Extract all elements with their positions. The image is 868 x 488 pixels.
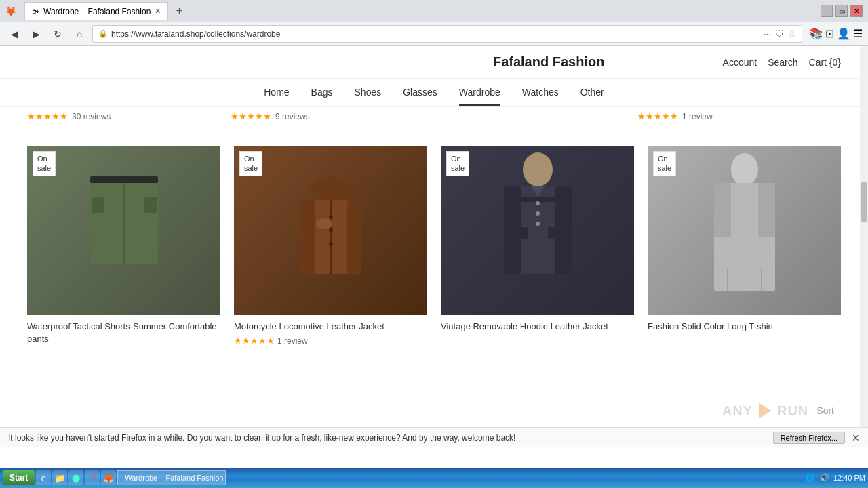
- jacket-illustration: [287, 163, 375, 298]
- start-button[interactable]: Start: [3, 470, 35, 485]
- notification-bar: It looks like you haven't started Firefo…: [0, 427, 868, 447]
- account-link[interactable]: Account: [723, 57, 757, 68]
- browser-tab[interactable]: 🛍 Wardrobe – Fafaland Fashion ✕: [24, 2, 168, 20]
- menu-icon[interactable]: ☰: [853, 27, 863, 40]
- on-sale-badge-p4: On sale: [653, 151, 676, 176]
- browser-icon: 🦊: [5, 6, 16, 16]
- svg-point-14: [523, 152, 553, 186]
- sort-label[interactable]: Sort: [816, 405, 834, 416]
- site-logo: Fafaland Fashion: [375, 54, 723, 70]
- product-title-p1: Waterproof Tactical Shorts-Summer Comfor…: [27, 321, 220, 345]
- product-image-p4: On sale: [648, 146, 841, 315]
- anyrun-text: ANY: [722, 403, 753, 419]
- nav-wardrobe[interactable]: Wardrobe: [459, 87, 500, 106]
- nav-glasses[interactable]: Glasses: [403, 87, 437, 106]
- taskbar-folder-icon[interactable]: 📁: [52, 470, 67, 485]
- window-controls: — ▭ ✕: [821, 5, 863, 17]
- taskbar: Start e 📁 ⬤ 🛡 🦊 Wardrobe – Fafaland Fash…: [0, 468, 868, 488]
- star-icon[interactable]: ☆: [788, 28, 796, 39]
- svg-point-21: [536, 211, 540, 216]
- notification-close-button[interactable]: ✕: [852, 432, 860, 443]
- on-sale-badge-p2: On sale: [239, 151, 262, 176]
- reviews-row: ★★★★★ 30 reviews ★★★★★ 9 reviews ★★★★★ 1…: [0, 107, 868, 125]
- nav-bags[interactable]: Bags: [311, 87, 333, 106]
- stars-0: ★★★★★: [27, 111, 68, 121]
- refresh-button[interactable]: ↻: [49, 25, 66, 43]
- address-bar[interactable]: 🔒 https://www.fafaland.shop/collections/…: [92, 25, 802, 43]
- site-wrapper: Fafaland Fashion Account Search Cart {0}…: [0, 46, 868, 427]
- stars-1: ★★★★★: [231, 111, 271, 121]
- notification-actions: Refresh Firefox... ✕: [773, 432, 860, 444]
- nav-watches[interactable]: Watches: [522, 87, 559, 106]
- nav-home[interactable]: Home: [264, 87, 289, 106]
- volume-icon: 🔊: [819, 473, 829, 483]
- product-card-p4[interactable]: On sale Fashion Solid Color Long T-shirt: [641, 139, 848, 352]
- nav-other[interactable]: Other: [580, 87, 604, 106]
- site-header: Fafaland Fashion Account Search Cart {0}: [0, 46, 868, 79]
- scrollbar-thumb[interactable]: [861, 182, 867, 222]
- taskbar-app-button[interactable]: Wardrobe – Fafaland Fashion: [117, 470, 226, 485]
- product-image-p3: On sale: [441, 146, 634, 315]
- svg-point-22: [536, 222, 540, 226]
- on-sale-badge-p3: On sale: [446, 151, 469, 176]
- product-image-p2: On sale: [234, 146, 427, 315]
- product-card-p3[interactable]: On sale Vintage Removable Hoodie Leather…: [434, 139, 641, 352]
- svg-point-11: [329, 228, 333, 232]
- shorts-illustration: [83, 163, 165, 298]
- review-count-0: 30 reviews: [72, 112, 111, 121]
- header-actions: Account Search Cart {0}: [723, 57, 841, 68]
- tab-close-button[interactable]: ✕: [155, 7, 161, 16]
- review-cell-0: ★★★★★ 30 reviews: [27, 111, 231, 121]
- sidebar-icon[interactable]: ⊡: [825, 27, 834, 40]
- svg-rect-27: [714, 183, 731, 237]
- refresh-firefox-button[interactable]: Refresh Firefox...: [773, 432, 845, 444]
- more-options-icon[interactable]: ···: [764, 28, 771, 39]
- product-image-p1: On sale: [27, 146, 220, 315]
- home-button[interactable]: ⌂: [71, 25, 88, 43]
- back-button[interactable]: ◀: [5, 25, 23, 43]
- svg-rect-28: [758, 183, 775, 237]
- title-bar: 🦊 🛍 Wardrobe – Fafaland Fashion ✕ + — ▭ …: [0, 0, 868, 22]
- svg-rect-24: [548, 227, 565, 239]
- minimize-button[interactable]: —: [821, 5, 833, 17]
- tab-favicon: 🛍: [32, 7, 39, 16]
- review-count-3: 1 review: [682, 112, 713, 121]
- site-nav: Home Bags Shoes Glasses Wardrobe Watches…: [0, 79, 868, 107]
- on-sale-badge-p1: On sale: [33, 151, 56, 176]
- taskbar-ie-icon[interactable]: e: [36, 470, 51, 485]
- bookmark-icon[interactable]: 🛡: [775, 28, 784, 39]
- taskbar-antivirus-icon[interactable]: 🛡: [85, 470, 100, 485]
- network-icon: 🌐: [805, 473, 815, 483]
- close-button[interactable]: ✕: [850, 5, 863, 17]
- stars-3: ★★★★★: [637, 111, 678, 121]
- forward-button[interactable]: ▶: [27, 25, 45, 43]
- review-cell-3: ★★★★★ 1 review: [637, 111, 841, 121]
- url-text: https://www.fafaland.shop/collections/wa…: [111, 29, 760, 39]
- product-card-p2[interactable]: On sale Motorcycle Locomotive Leather Ja…: [227, 139, 434, 352]
- notification-message: It looks like you haven't started Firefo…: [8, 433, 515, 443]
- review-count-1: 9 reviews: [275, 112, 310, 121]
- search-link[interactable]: Search: [768, 57, 797, 68]
- cart-button[interactable]: Cart {0}: [809, 57, 841, 68]
- maximize-button[interactable]: ▭: [835, 5, 848, 17]
- product-title-p4: Fashion Solid Color Long T-shirt: [648, 321, 841, 333]
- scrollbar[interactable]: [860, 46, 868, 427]
- taskbar-firefox-icon[interactable]: 🦊: [101, 470, 116, 485]
- profile-icon[interactable]: 👤: [837, 27, 850, 40]
- new-tab-button[interactable]: +: [171, 3, 187, 19]
- system-clock: 12:40 PM: [833, 474, 865, 482]
- svg-rect-23: [511, 227, 528, 239]
- nav-shoes[interactable]: Shoes: [355, 87, 382, 106]
- leather-jacket-illustration: [494, 146, 582, 315]
- taskbar-chrome-icon[interactable]: ⬤: [68, 470, 83, 485]
- product-card-p1[interactable]: On sale Waterproof Tactical Shorts-Summe…: [20, 139, 227, 352]
- tab-bar: 🛍 Wardrobe – Fafaland Fashion ✕ +: [19, 3, 818, 19]
- library-icon[interactable]: 📚: [809, 27, 823, 40]
- sort-overlay[interactable]: ANY RUN Sort: [722, 401, 834, 420]
- svg-rect-3: [92, 197, 104, 214]
- svg-rect-7: [300, 200, 315, 274]
- svg-rect-4: [144, 197, 157, 214]
- review-cell-1: ★★★★★ 9 reviews: [231, 111, 434, 121]
- product-title-p3: Vintage Removable Hoodie Leather Jacket: [441, 321, 634, 333]
- review-cell-2: [434, 111, 637, 121]
